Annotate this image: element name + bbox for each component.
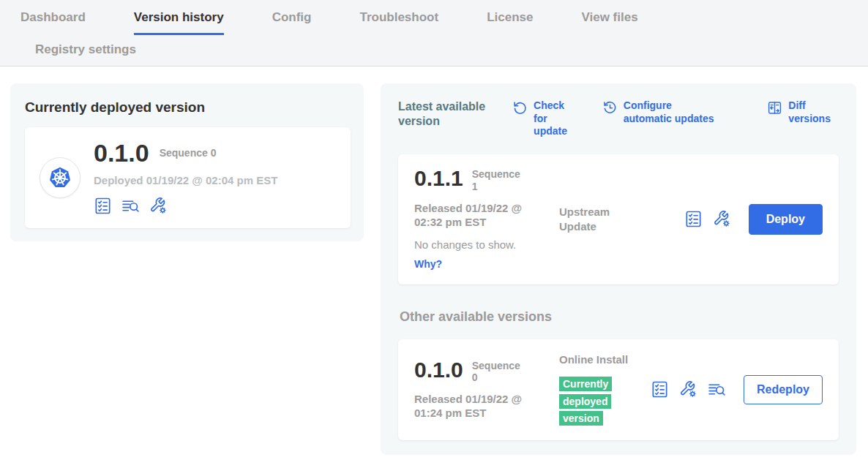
edit-config-icon[interactable] [679, 380, 697, 399]
tab-view-files[interactable]: View files [581, 10, 637, 35]
kubernetes-logo-icon [47, 165, 73, 191]
preflight-checks-icon[interactable] [651, 380, 669, 399]
other-version-card: 0.1.0 Sequence 0 Released 01/19/22 @ 01:… [398, 339, 839, 441]
other-released-timestamp: Released 01/19/22 @ 01:24 pm EST [414, 392, 546, 420]
edit-config-icon[interactable] [149, 197, 168, 215]
check-for-update-link[interactable]: Check for update [512, 99, 576, 138]
latest-released-timestamp: Released 01/19/22 @ 02:32 pm EST [414, 201, 546, 230]
currently-deployed-panel: Currently deployed version 0.1.0 Sequenc… [10, 83, 364, 241]
why-link[interactable]: Why? [414, 258, 442, 270]
edit-config-icon[interactable] [713, 210, 731, 228]
other-available-versions-heading: Other available versions [400, 309, 839, 325]
latest-version-card: 0.1.1 Sequence 1 Released 01/19/22 @ 02:… [398, 154, 839, 284]
configure-automatic-updates-label: Configure automatic updates [624, 99, 715, 125]
diff-icon [767, 100, 782, 116]
release-notes-icon[interactable] [121, 197, 140, 215]
redeploy-button[interactable]: Redeploy [744, 375, 823, 404]
available-versions-panel: Latest available version Check for updat… [381, 83, 856, 455]
latest-available-title: Latest available version [398, 99, 486, 129]
schedule-update-icon [602, 100, 618, 116]
latest-sequence-label: Sequence 1 [472, 167, 520, 192]
check-for-update-label: Check for update [534, 99, 576, 138]
preflight-checks-icon[interactable] [94, 197, 112, 215]
top-nav: Dashboard Version history Config Trouble… [0, 0, 868, 67]
diff-versions-link[interactable]: Diff versions [767, 99, 839, 125]
nav-row-primary: Dashboard Version history Config Trouble… [0, 10, 868, 35]
tab-config[interactable]: Config [272, 10, 312, 35]
deploy-button[interactable]: Deploy [749, 204, 823, 235]
tab-version-history[interactable]: Version history [134, 10, 224, 35]
currently-deployed-badge: Currently deployed version [559, 377, 612, 426]
deployed-timestamp: Deployed 01/19/22 @ 02:04 pm EST [94, 174, 277, 186]
deployed-sequence-label: Sequence 0 [160, 147, 217, 159]
other-sequence-label: Sequence 0 [472, 359, 520, 383]
currently-deployed-title: Currently deployed version [25, 99, 351, 116]
deployed-version-number: 0.1.0 [94, 140, 149, 165]
preflight-checks-icon[interactable] [684, 210, 703, 228]
tab-troubleshoot[interactable]: Troubleshoot [359, 10, 438, 35]
latest-version-number: 0.1.1 [414, 167, 463, 189]
tab-license[interactable]: License [487, 10, 533, 35]
other-version-number: 0.1.0 [414, 359, 463, 381]
app-logo [40, 157, 81, 198]
latest-source-label: Upstream Update [559, 205, 638, 233]
no-changes-text: No changes to show. [414, 238, 559, 251]
tab-registry-settings[interactable]: Registry settings [35, 42, 136, 56]
diff-versions-label: Diff versions [788, 99, 839, 125]
currently-deployed-badge-wrap: Currently deployed version [559, 375, 622, 427]
version-history-page: Currently deployed version 0.1.0 Sequenc… [0, 67, 868, 455]
refresh-icon [512, 100, 528, 116]
currently-deployed-version-card: 0.1.0 Sequence 0 Deployed 01/19/22 @ 02:… [25, 127, 351, 228]
nav-row-secondary: Registry settings [0, 35, 868, 66]
tab-dashboard[interactable]: Dashboard [20, 10, 86, 35]
configure-automatic-updates-link[interactable]: Configure automatic updates [602, 99, 715, 125]
other-source-label: Online Install [559, 352, 638, 367]
release-notes-icon[interactable] [708, 380, 726, 399]
